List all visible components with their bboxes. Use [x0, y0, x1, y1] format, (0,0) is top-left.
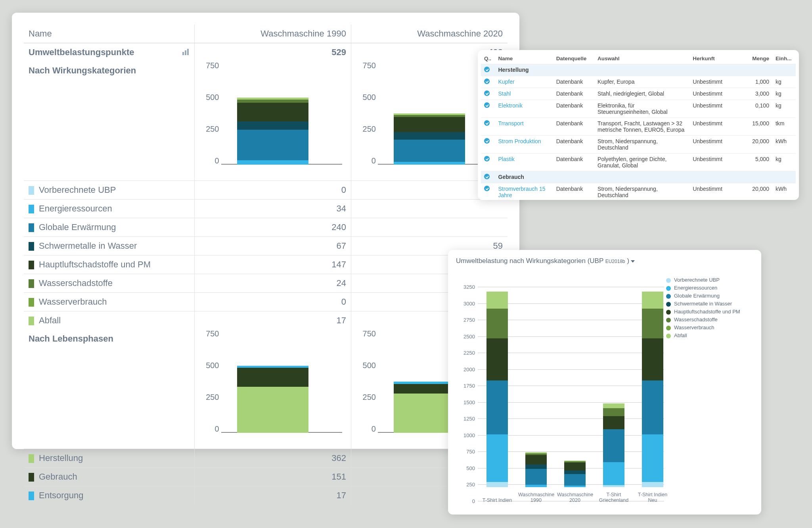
col-header-status[interactable]: Q.. [481, 53, 495, 64]
material-link[interactable]: Trransport [495, 118, 553, 136]
bar-segment[interactable] [486, 309, 508, 338]
bar-segment[interactable] [394, 117, 465, 132]
legend-item[interactable]: Wasserverbrauch [666, 324, 749, 330]
legend-swatch [666, 318, 671, 323]
bar-segment[interactable] [486, 380, 508, 434]
bar-segment[interactable] [642, 338, 663, 380]
table-row[interactable]: Stahl Datenbank Stahl, niedriglegiert, G… [481, 88, 796, 100]
material-link[interactable]: Elektronik [495, 100, 553, 118]
group-row[interactable]: Herstellung [481, 64, 796, 76]
bar-segment[interactable] [237, 103, 308, 121]
bar-segment[interactable] [525, 465, 547, 469]
legend-item[interactable]: Vorberechnete UBP [666, 277, 749, 283]
legend-item[interactable]: Hauptluftschadstoffe und PM [666, 309, 749, 315]
check-icon [484, 186, 490, 191]
bar-segment[interactable] [237, 387, 308, 433]
table-row[interactable]: Schwermetalle in Wasser6759 [24, 237, 508, 255]
table-row[interactable]: Abfall17 [24, 311, 508, 330]
table-row[interactable]: Elektronik Datenbank Elektronika, für St… [481, 100, 796, 118]
bar-segment[interactable] [603, 408, 624, 416]
x-axis-label: T-Shirt Indien Neu [635, 492, 670, 503]
bar-segment[interactable] [642, 482, 663, 487]
bar-column[interactable] [486, 292, 508, 487]
table-row[interactable]: Stromverbrauch 15 Jahre Datenbank Strom,… [481, 183, 796, 200]
bar-segment[interactable] [237, 160, 308, 165]
bar-segment[interactable] [525, 469, 547, 485]
material-link[interactable]: Kupfer [495, 76, 553, 88]
check-icon [484, 138, 490, 144]
bar-segment[interactable] [642, 309, 663, 338]
bar-segment[interactable] [237, 121, 308, 130]
bar-segment[interactable] [564, 474, 586, 486]
bar-segment[interactable] [564, 470, 586, 474]
col-header-name[interactable]: Name [495, 53, 553, 64]
table-row[interactable]: Wasserverbrauch0 [24, 293, 508, 311]
bar-column[interactable] [603, 403, 624, 487]
bar-segment[interactable] [237, 130, 308, 160]
col-header-auswahl[interactable]: Auswahl [594, 53, 689, 64]
table-row[interactable]: Entsorgung17 [24, 486, 508, 505]
table-row[interactable]: Strom Produktion Datenbank Strom, Nieder… [481, 136, 796, 154]
table-row[interactable]: Vorberechnete UBP0 [24, 181, 508, 200]
bar-segment[interactable] [486, 482, 508, 487]
legend-swatch [29, 317, 34, 325]
bar-segment[interactable] [394, 132, 465, 140]
col-header-datenquelle[interactable]: Datenquelle [553, 53, 594, 64]
bar-segment[interactable] [237, 368, 308, 387]
bar-segment[interactable] [603, 485, 624, 487]
legend-swatch [666, 310, 671, 315]
legend-item[interactable]: Schwermetalle in Wasser [666, 301, 749, 307]
table-row[interactable]: Trransport Datenbank Transport, Fracht, … [481, 118, 796, 136]
table-row[interactable]: Energieressourcen34 [24, 200, 508, 218]
x-axis-label: T-Shirt Indien [479, 497, 515, 503]
bar-segment[interactable] [525, 455, 547, 465]
material-link[interactable]: Stromverbrauch 15 Jahre [495, 183, 553, 200]
table-row[interactable]: Gebrauch151 [24, 468, 508, 486]
material-link[interactable]: Strom Produktion [495, 136, 553, 154]
bar-segment[interactable] [642, 292, 663, 309]
col-header-menge[interactable]: Menge [731, 53, 772, 64]
table-row[interactable]: Kupfer Datenbank Kupfer, Europa Unbestim… [481, 76, 796, 88]
bar-segment[interactable] [564, 463, 586, 470]
table-row[interactable]: Plastik Datenbank Polyethylen, geringe D… [481, 154, 796, 171]
col-header-name[interactable]: Name [24, 25, 194, 43]
chart-icon[interactable] [182, 47, 190, 58]
bar-segment[interactable] [603, 462, 624, 485]
material-link[interactable]: Stahl [495, 88, 553, 100]
stacked-bar-chart: 0250500750 [199, 334, 346, 445]
chart-title[interactable]: Umweltbelastung nach Wirkungskategorien … [456, 257, 753, 265]
bar-segment[interactable] [603, 416, 624, 429]
legend-item[interactable]: Globale Erwärmung [666, 293, 749, 299]
col-header-product-1[interactable]: Waschmaschine 1990 [194, 25, 351, 43]
bar-column[interactable] [642, 292, 663, 487]
ubp-total-row[interactable]: Umweltbelastungspunkte 529402 [24, 43, 508, 62]
bar-column[interactable] [564, 461, 586, 487]
bar-segment[interactable] [486, 338, 508, 380]
table-row[interactable]: Herstellung362 [24, 449, 508, 468]
col-header-product-2[interactable]: Waschmaschine 2020 [351, 25, 508, 43]
bar-segment[interactable] [525, 485, 547, 487]
legend-item[interactable]: Energieressourcen [666, 285, 749, 291]
legend-item[interactable]: Abfall [666, 332, 749, 338]
table-row[interactable]: Wasserschadstoffe2416 [24, 274, 508, 293]
check-icon [484, 174, 490, 179]
bar-segment[interactable] [642, 380, 663, 434]
group-row[interactable]: Gebrauch [481, 171, 796, 183]
bar-column[interactable] [525, 452, 547, 487]
legend-swatch [29, 473, 34, 482]
bar-segment[interactable] [603, 403, 624, 408]
table-row[interactable]: Hauptluftschadstoffe und PM147119 [24, 255, 508, 274]
table-row[interactable]: Globale Erwärmung240 [24, 218, 508, 237]
col-header-einheit[interactable]: Einh... [772, 53, 796, 64]
bar-segment[interactable] [394, 140, 465, 162]
bar-segment[interactable] [642, 434, 663, 482]
bar-segment[interactable] [603, 429, 624, 462]
bar-segment[interactable] [394, 162, 465, 165]
bar-segment[interactable] [486, 434, 508, 482]
bar-segment[interactable] [486, 292, 508, 309]
material-link[interactable]: Plastik [495, 154, 553, 171]
col-header-herkunft[interactable]: Herkunft [689, 53, 731, 64]
legend-item[interactable]: Wasserschadstoffe [666, 317, 749, 323]
bar-segment[interactable] [564, 486, 586, 487]
bar-segment[interactable] [237, 100, 308, 103]
